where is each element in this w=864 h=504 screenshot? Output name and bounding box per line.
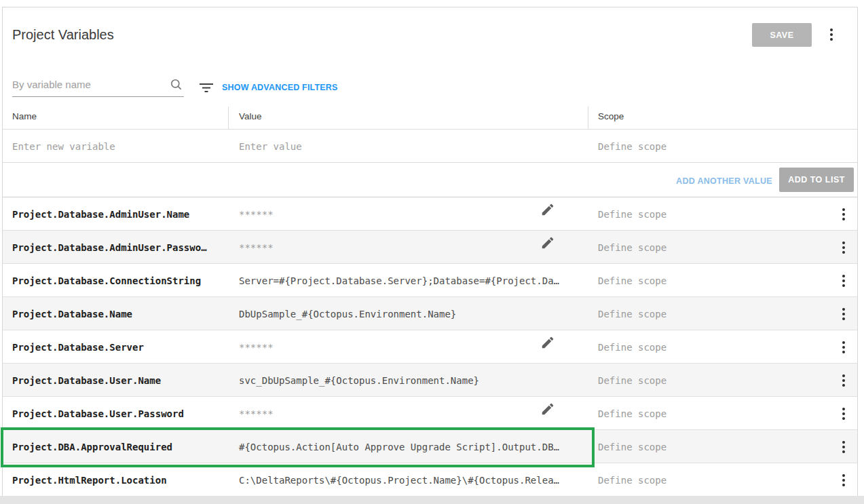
variable-name: Project.DBA.ApprovalRequired [12, 442, 172, 452]
overflow-menu-icon[interactable] [827, 27, 835, 41]
add-another-value-button[interactable]: ADD ANOTHER VALUE [676, 176, 772, 186]
new-variable-value-input[interactable]: Enter value [239, 141, 302, 152]
row-overflow-menu-icon[interactable] [840, 207, 848, 221]
row-overflow-menu-icon[interactable] [840, 406, 848, 421]
variable-rows: Project.Database.AdminUser.Name ****** D… [3, 197, 857, 497]
variable-value[interactable]: DbUpSample_#{Octopus.Environment.Name} [239, 309, 456, 319]
row-overflow-menu-icon[interactable] [840, 273, 848, 288]
project-variables-card: Project Variables SAVE SHOW ADVANCED FIL… [2, 7, 858, 496]
row-overflow-menu-icon[interactable] [840, 373, 848, 387]
add-to-list-button[interactable]: ADD TO LIST [779, 168, 854, 192]
search-icon [170, 78, 183, 91]
new-variable-actions-row: ADD ANOTHER VALUE ADD TO LIST [3, 163, 857, 197]
variable-value[interactable]: svc_DbUpSample_#{Octopus.Environment.Nam… [239, 375, 479, 386]
row-overflow-menu-icon[interactable] [840, 307, 848, 321]
new-variable-row: Enter new variable Enter value Define sc… [3, 130, 857, 163]
page-title: Project Variables [12, 27, 114, 43]
scope-cell[interactable]: Define scope [598, 408, 666, 419]
edit-icon[interactable] [540, 402, 555, 416]
variable-row: Project.Database.Server ****** Define sc… [3, 330, 857, 364]
variable-row: Project.HtmlReport.Location C:\DeltaRepo… [3, 463, 857, 497]
scope-cell[interactable]: Define scope [598, 375, 666, 386]
variable-row: Project.Database.ConnectionString Server… [3, 264, 857, 297]
variable-name: Project.Database.ConnectionString [12, 275, 201, 286]
variable-row: Project.Database.AdminUser.Name ****** D… [3, 197, 857, 231]
scope-cell[interactable]: Define scope [598, 275, 666, 286]
variable-row: Project.Database.AdminUser.Passwo… *****… [3, 231, 857, 264]
variable-value[interactable]: C:\DeltaReports\#{Octopus.Project.Name}\… [239, 475, 559, 486]
variable-name: Project.Database.Name [12, 309, 132, 319]
row-overflow-menu-icon[interactable] [840, 473, 848, 487]
variable-name: Project.Database.User.Password [12, 408, 184, 419]
table-header: Name Value Scope [3, 102, 857, 130]
variable-row: Project.DBA.ApprovalRequired #{Octopus.A… [3, 430, 857, 463]
variable-value[interactable]: Server=#{Project.Database.Server};Databa… [239, 275, 559, 286]
scope-cell[interactable]: Define scope [598, 209, 666, 220]
search-field [12, 73, 184, 97]
variable-value[interactable]: ****** [239, 408, 274, 419]
edit-icon[interactable] [540, 335, 555, 350]
edit-icon[interactable] [540, 202, 555, 217]
variable-name: Project.Database.User.Name [12, 375, 161, 386]
page-background-strip [0, 496, 864, 504]
variable-row: Project.Database.User.Name svc_DbUpSampl… [3, 364, 857, 397]
column-header-name: Name [12, 111, 37, 121]
scope-cell[interactable]: Define scope [598, 342, 666, 353]
filter-list-icon[interactable] [200, 82, 214, 93]
search-input[interactable] [12, 73, 165, 96]
variable-name: Project.Database.AdminUser.Name [12, 209, 189, 220]
variable-row: Project.Database.Name DbUpSample_#{Octop… [3, 297, 857, 330]
variable-name: Project.HtmlReport.Location [12, 475, 167, 486]
save-button[interactable]: SAVE [752, 23, 812, 47]
new-variable-scope-input[interactable]: Define scope [598, 141, 666, 152]
show-advanced-filters-link[interactable]: SHOW ADVANCED FILTERS [222, 83, 338, 92]
variable-value[interactable]: ****** [239, 209, 274, 220]
variable-name: Project.Database.AdminUser.Passwo… [12, 242, 207, 253]
row-overflow-menu-icon[interactable] [840, 440, 848, 454]
column-divider [228, 106, 229, 130]
variable-value[interactable]: ****** [239, 242, 274, 253]
column-header-value: Value [239, 111, 262, 121]
edit-icon[interactable] [540, 235, 555, 250]
variable-value[interactable]: ****** [239, 342, 274, 353]
scope-cell[interactable]: Define scope [598, 242, 666, 253]
new-variable-name-input[interactable]: Enter new variable [12, 141, 115, 152]
variable-value[interactable]: #{Octopus.Action[Auto Approve Upgrade Sc… [239, 442, 559, 452]
column-divider [588, 106, 588, 130]
scope-cell[interactable]: Define scope [598, 309, 666, 319]
scope-cell[interactable]: Define scope [598, 475, 666, 486]
variable-name: Project.Database.Server [12, 342, 144, 353]
row-overflow-menu-icon[interactable] [840, 340, 848, 354]
variable-row: Project.Database.User.Password ****** De… [3, 397, 857, 430]
column-header-scope: Scope [598, 111, 624, 121]
row-overflow-menu-icon[interactable] [840, 240, 848, 254]
scope-cell[interactable]: Define scope [598, 442, 666, 452]
